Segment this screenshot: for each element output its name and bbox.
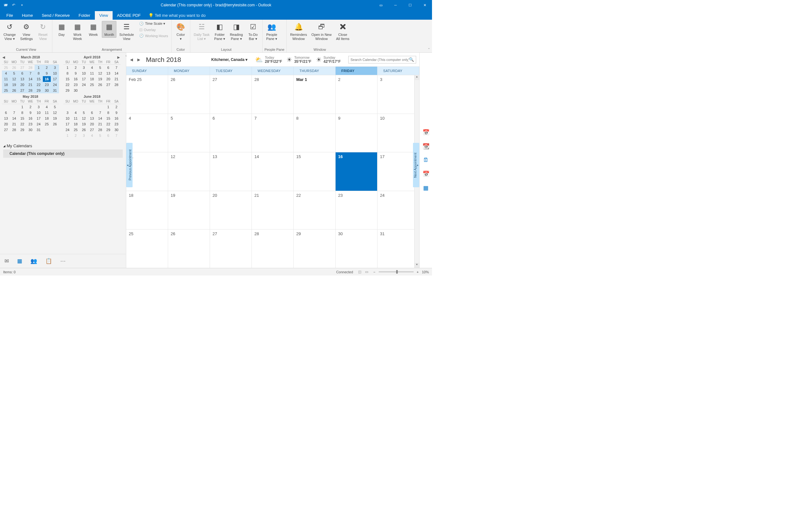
day-cell[interactable]: 9 bbox=[336, 114, 377, 152]
minical-day[interactable]: 12 bbox=[10, 76, 19, 82]
tell-me[interactable]: 💡Tell me what you want to do bbox=[145, 11, 209, 20]
day-cell[interactable]: 6 bbox=[210, 114, 252, 152]
minical-day[interactable]: 10 bbox=[51, 71, 59, 76]
minical-day[interactable] bbox=[96, 88, 104, 93]
minical-next-icon[interactable]: ▶ bbox=[117, 56, 120, 59]
minical-day[interactable]: 20 bbox=[88, 121, 96, 127]
minical-day[interactable]: 27 bbox=[18, 65, 26, 71]
zoom-out-icon[interactable]: − bbox=[373, 270, 375, 274]
minical-day[interactable]: 17 bbox=[80, 76, 88, 82]
weather-location[interactable]: Kitchener, Canada ▾ bbox=[211, 57, 248, 62]
minical-day[interactable]: 3 bbox=[80, 133, 88, 138]
calendar-item[interactable]: Calendar (This computer only) bbox=[3, 149, 123, 158]
minical-day[interactable]: 25 bbox=[72, 127, 80, 133]
minical-day[interactable]: 27 bbox=[88, 127, 96, 133]
next-month-icon[interactable]: ▶ bbox=[137, 57, 141, 62]
time-scale-button[interactable]: 🕓Time Scale ▾ bbox=[138, 21, 169, 26]
minical-day[interactable]: 22 bbox=[104, 121, 113, 127]
minical-day[interactable]: 14 bbox=[26, 76, 35, 82]
minical-day[interactable]: 13 bbox=[18, 76, 26, 82]
day-cell[interactable]: 8 bbox=[294, 114, 336, 152]
minical-day[interactable]: 6 bbox=[104, 65, 113, 71]
minical-day[interactable]: 2 bbox=[26, 104, 35, 110]
peek-calendar5-icon[interactable]: ▦ bbox=[423, 184, 429, 191]
minical-day[interactable]: 4 bbox=[72, 110, 80, 115]
minical-day[interactable]: 19 bbox=[96, 76, 104, 82]
minical-day[interactable]: 5 bbox=[96, 133, 104, 138]
minical-day[interactable]: 3 bbox=[63, 110, 72, 115]
minical-day[interactable]: 20 bbox=[104, 76, 113, 82]
minical-day[interactable]: 26 bbox=[10, 88, 19, 93]
day-cell[interactable]: 19 bbox=[168, 191, 210, 229]
minical-day[interactable]: 27 bbox=[104, 82, 113, 88]
previous-appointment-tab[interactable]: ◂Previous Appointment bbox=[126, 143, 133, 187]
minical-day[interactable]: 21 bbox=[10, 121, 19, 127]
minical-day[interactable]: 18 bbox=[2, 82, 10, 88]
day-cell[interactable]: Mar 1 bbox=[294, 75, 336, 114]
minical-day[interactable]: 21 bbox=[26, 82, 35, 88]
minical-day[interactable]: 9 bbox=[112, 110, 120, 115]
minical-day[interactable]: 11 bbox=[2, 76, 10, 82]
minical-day[interactable]: 7 bbox=[26, 71, 35, 76]
todo-bar-button[interactable]: ☑To-Do Bar ▾ bbox=[246, 21, 260, 42]
view-settings-button[interactable]: ⚙View Settings bbox=[19, 21, 35, 42]
minical-day[interactable]: 17 bbox=[51, 76, 59, 82]
minical-day[interactable]: 24 bbox=[51, 82, 59, 88]
tab-folder[interactable]: Folder bbox=[74, 11, 95, 20]
reading-pane-button[interactable]: ◨Reading Pane ▾ bbox=[228, 21, 244, 42]
collapse-ribbon-icon[interactable]: ⌃ bbox=[428, 48, 430, 51]
minical-day[interactable]: 14 bbox=[10, 115, 19, 121]
day-cell[interactable]: 27 bbox=[210, 75, 252, 114]
minical-day[interactable]: 14 bbox=[112, 71, 120, 76]
minical-day[interactable]: 10 bbox=[80, 71, 88, 76]
minical-day[interactable]: 12 bbox=[80, 115, 88, 121]
tab-adobe-pdf[interactable]: ADOBE PDF bbox=[113, 11, 145, 20]
scroll-up-icon[interactable]: ▴ bbox=[414, 75, 419, 80]
minical-day[interactable] bbox=[104, 88, 113, 93]
qat-send-receive-icon[interactable]: 📨 bbox=[3, 2, 8, 8]
minical-day[interactable]: 31 bbox=[35, 127, 43, 133]
weather-day[interactable]: ☀Tomorrow35°F/21°F bbox=[286, 56, 311, 64]
open-new-window-button[interactable]: 🗗Open in New Window bbox=[310, 21, 334, 42]
minical-day[interactable]: 1 bbox=[35, 65, 43, 71]
minical-day[interactable]: 28 bbox=[26, 88, 35, 93]
next-appointment-tab[interactable]: Next Appointment▸ bbox=[413, 143, 419, 187]
qat-customize-icon[interactable]: ▾ bbox=[19, 2, 25, 8]
minical-day[interactable]: 5 bbox=[10, 71, 19, 76]
minical-day[interactable] bbox=[80, 88, 88, 93]
work-week-button[interactable]: ▦Work Week bbox=[70, 21, 85, 42]
minical-day[interactable]: 15 bbox=[104, 115, 113, 121]
minical-day[interactable]: 22 bbox=[18, 121, 26, 127]
close-all-button[interactable]: 🗙Close All Items bbox=[334, 21, 351, 42]
minical-day[interactable] bbox=[88, 104, 96, 110]
minical-day[interactable]: 16 bbox=[112, 115, 120, 121]
minical-day[interactable]: 1 bbox=[104, 104, 113, 110]
minical-day[interactable]: 1 bbox=[18, 104, 26, 110]
day-cell[interactable]: 28 bbox=[252, 229, 294, 268]
minical-day[interactable]: 21 bbox=[112, 76, 120, 82]
minical-day[interactable]: 2 bbox=[72, 133, 80, 138]
minical-day[interactable]: 28 bbox=[26, 65, 35, 71]
nav-calendar-icon[interactable]: ▦ bbox=[17, 258, 22, 264]
minical-day[interactable] bbox=[51, 127, 59, 133]
minical-day[interactable]: 29 bbox=[18, 127, 26, 133]
minical-day[interactable]: 16 bbox=[72, 76, 80, 82]
minimize-button[interactable]: ─ bbox=[388, 0, 403, 10]
minical-day[interactable]: 8 bbox=[104, 110, 113, 115]
minical-day[interactable]: 13 bbox=[88, 115, 96, 121]
weather-day[interactable]: ⛅Today28°F/22°F bbox=[255, 56, 282, 64]
minical-day[interactable]: 26 bbox=[10, 65, 19, 71]
reading-view-icon[interactable]: ▭ bbox=[363, 270, 370, 274]
search-input[interactable] bbox=[350, 58, 409, 61]
minical-prev-icon[interactable]: ◀ bbox=[3, 56, 5, 59]
minical-day[interactable]: 20 bbox=[18, 82, 26, 88]
minical-day[interactable]: 8 bbox=[63, 71, 72, 76]
day-cell[interactable]: 31 bbox=[377, 229, 419, 268]
day-cell[interactable]: 12 bbox=[168, 152, 210, 191]
minical-day[interactable]: 2 bbox=[72, 65, 80, 71]
minical-day[interactable]: 1 bbox=[63, 133, 72, 138]
minical-day[interactable]: 17 bbox=[35, 115, 43, 121]
minical-day[interactable]: 9 bbox=[72, 71, 80, 76]
day-cell[interactable]: 2 bbox=[336, 75, 377, 114]
minical-day[interactable] bbox=[112, 88, 120, 93]
